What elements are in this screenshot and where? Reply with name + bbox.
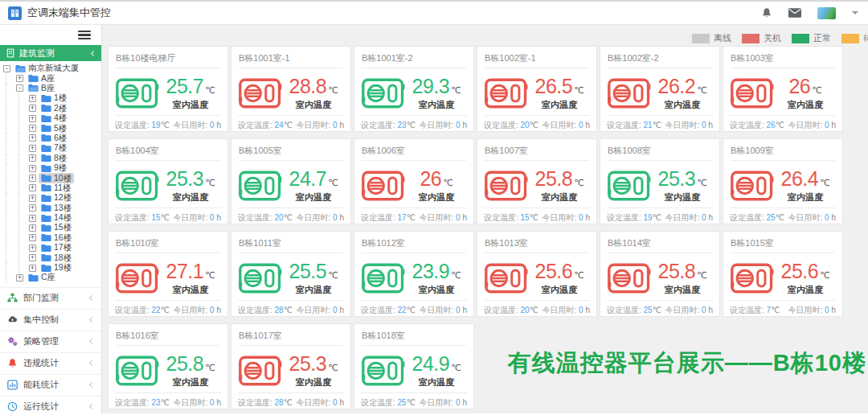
tree-node[interactable]: +A座 <box>2 73 100 83</box>
tree-node-body: 17楼 <box>39 243 74 253</box>
tree-node[interactable]: +5楼 <box>2 123 100 133</box>
expand-icon[interactable]: + <box>29 195 36 202</box>
room-card[interactable]: B栋1012室 23.9℃室内温度设定温度: 22℃今日用时: 0 h <box>354 231 474 317</box>
room-card[interactable]: B栋10楼电梯厅 25.7℃室内温度设定温度: 19℃今日用时: 0 h <box>108 46 228 132</box>
temperature-unit: ℃ <box>205 85 215 95</box>
room-card[interactable]: B栋1005室 24.7℃室内温度设定温度: 20℃今日用时: 0 h <box>231 138 351 224</box>
sidebar-item-bell[interactable]: 违规统计 <box>0 352 101 374</box>
legend-label: 关机 <box>764 32 781 44</box>
tree-guide <box>18 243 27 253</box>
room-temperature-value: 25.3 <box>657 167 695 190</box>
sidebar-item-clock[interactable]: 运行统计 <box>0 396 101 413</box>
room-card-footer: 设定温度: 23℃今日用时: 0 h <box>115 392 221 409</box>
expand-icon[interactable]: + <box>29 105 36 112</box>
set-temperature-label: 设定温度: <box>361 398 398 407</box>
expand-icon[interactable]: + <box>29 95 36 102</box>
room-card[interactable]: B栋1014室 25.8℃室内温度设定温度: 25℃今日用时: 0 h <box>600 231 720 317</box>
tree-node-body: 1楼 <box>39 93 69 103</box>
tree-guide <box>6 93 14 103</box>
user-avatar[interactable] <box>817 7 836 19</box>
sidebar-item-bar-chart[interactable]: 能耗统计 <box>0 374 101 396</box>
expand-icon[interactable]: + <box>29 165 36 172</box>
room-card[interactable]: B栋1013室 25.6℃室内温度设定温度: 20℃今日用时: 0 h <box>477 231 597 317</box>
room-card[interactable]: B栋1007室 25.8℃室内温度设定温度: 15℃今日用时: 0 h <box>477 138 597 224</box>
tree-node[interactable]: +6楼 <box>2 134 100 143</box>
tree-node[interactable]: +10楼 <box>2 173 100 183</box>
room-card[interactable]: B栋1016室 25.8℃室内温度设定温度: 23℃今日用时: 0 h <box>108 323 228 409</box>
tree-node[interactable]: -南京新城大厦 <box>2 64 100 73</box>
room-card[interactable]: B栋1011室 25.5℃室内温度设定温度: 28℃今日用时: 0 h <box>231 231 351 317</box>
set-temperature-unit: ℃ <box>776 121 784 129</box>
tree-node[interactable]: +1楼 <box>2 93 100 103</box>
tree-node[interactable]: +13楼 <box>2 203 100 212</box>
hamburger-menu-icon[interactable] <box>78 31 91 40</box>
today-usage: 今日用时: 0 h <box>420 305 467 316</box>
tree-node[interactable]: +17楼 <box>2 243 100 253</box>
expand-icon[interactable]: + <box>29 184 36 191</box>
expand-icon[interactable]: + <box>29 175 36 182</box>
legend-item: 关机 <box>742 32 781 44</box>
tree-node[interactable]: +2楼 <box>2 104 100 113</box>
tree-node[interactable]: +15楼 <box>2 223 100 232</box>
ac-unit-icon <box>361 169 406 203</box>
tree-node[interactable]: +19楼 <box>2 263 100 273</box>
expand-icon[interactable]: + <box>29 224 36 232</box>
sidebar-item-building-monitor[interactable]: 建筑监测 <box>0 45 101 61</box>
folder-icon <box>41 194 51 203</box>
expand-icon[interactable]: + <box>16 274 23 281</box>
tree-node[interactable]: +14楼 <box>2 213 100 223</box>
room-card[interactable]: B栋1010室 27.1℃室内温度设定温度: 22℃今日用时: 0 h <box>108 231 228 317</box>
sidebar-item-gears[interactable]: 策略管理 <box>0 331 101 352</box>
collapse-icon[interactable]: - <box>16 84 23 92</box>
expand-icon[interactable]: + <box>16 75 23 82</box>
tree-node[interactable]: +11楼 <box>2 183 100 193</box>
tree-node[interactable]: +12楼 <box>2 193 100 203</box>
room-card[interactable]: B栋1002室-1 26.5℃室内温度设定温度: 20℃今日用时: 0 h <box>477 46 597 132</box>
indoor-temp-label: 室内温度 <box>406 284 467 296</box>
expand-icon[interactable]: + <box>29 244 36 252</box>
mail-icon[interactable] <box>788 8 801 18</box>
sidebar-item-cloud-download[interactable]: 集中控制 <box>0 309 101 331</box>
tree-node[interactable]: +9楼 <box>2 163 100 173</box>
set-temperature-value: 20 <box>521 306 530 314</box>
collapse-icon[interactable]: - <box>3 65 10 72</box>
room-card[interactable]: B栋1017室 25.3℃室内温度设定温度: 28℃今日用时: 0 h <box>231 323 351 409</box>
tree-node[interactable]: +7楼 <box>2 143 100 153</box>
tree-node[interactable]: -B座 <box>2 84 100 93</box>
expand-icon[interactable]: + <box>29 215 36 222</box>
set-temperature: 设定温度: 25℃ <box>607 305 661 316</box>
expand-icon[interactable]: + <box>29 125 36 132</box>
room-card[interactable]: B栋1004室 25.3℃室内温度设定温度: 15℃今日用时: 0 h <box>108 138 228 224</box>
tree-node[interactable]: +8楼 <box>2 154 100 163</box>
expand-icon[interactable]: + <box>29 145 36 152</box>
expand-icon[interactable]: + <box>29 115 36 122</box>
tree-node[interactable]: +4楼 <box>2 113 100 123</box>
expand-icon[interactable]: + <box>29 134 36 142</box>
expand-icon[interactable]: + <box>29 204 36 212</box>
expand-icon[interactable]: + <box>29 154 36 162</box>
caret-down-icon[interactable] <box>852 11 858 18</box>
expand-icon[interactable]: + <box>29 254 36 261</box>
sidebar-item-sitemap[interactable]: 部门监测 <box>0 287 101 309</box>
room-card[interactable]: B栋1001室-1 28.8℃室内温度设定温度: 24℃今日用时: 0 h <box>231 46 351 132</box>
room-card[interactable]: B栋1015室 25.6℃室内温度设定温度: 7℃今日用时: 0 h <box>723 231 843 317</box>
set-temperature: 设定温度: 20℃ <box>484 120 538 131</box>
tree-node-body: B座 <box>26 84 58 93</box>
tree-node[interactable]: +18楼 <box>2 253 100 262</box>
tree-node[interactable]: +C座 <box>2 273 100 282</box>
room-card[interactable]: B栋1018室 24.9℃室内温度设定温度: 25℃今日用时: 0 h <box>354 323 474 409</box>
expand-icon[interactable]: + <box>29 265 36 272</box>
room-card[interactable]: B栋1009室 26.4℃室内温度设定温度: 25℃今日用时: 0 h <box>723 138 843 224</box>
room-card[interactable]: B栋1001室-2 29.3℃室内温度设定温度: 23℃今日用时: 0 h <box>354 46 474 132</box>
room-card[interactable]: B栋1003室 26℃室内温度设定温度: 26℃今日用时: 0 h <box>723 46 843 132</box>
room-card[interactable]: B栋1008室 25.3℃室内温度设定温度: 19℃今日用时: 0 h <box>600 138 720 224</box>
tree-node[interactable]: +16楼 <box>2 233 100 243</box>
set-temperature-value: 23 <box>152 398 161 407</box>
room-card[interactable]: B栋1002室-2 26.2℃室内温度设定温度: 21℃今日用时: 0 h <box>600 46 720 132</box>
bell-icon[interactable] <box>761 7 772 18</box>
room-card[interactable]: B栋1006室 26℃室内温度设定温度: 17℃今日用时: 0 h <box>354 138 474 224</box>
expand-icon[interactable]: + <box>29 234 36 241</box>
room-name: B栋1015室 <box>731 232 835 253</box>
tree-node-body: 16楼 <box>39 233 74 243</box>
tree-node-body: 18楼 <box>39 253 74 262</box>
